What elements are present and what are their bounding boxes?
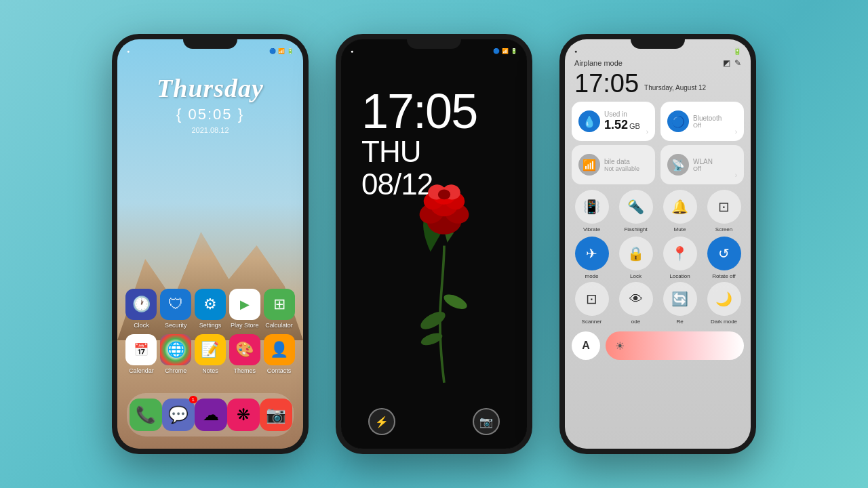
location-button[interactable]: 📍 Location — [660, 237, 700, 279]
calendar-label: Calendar — [129, 367, 154, 374]
darkmode-button[interactable]: 🌙 Dark mode — [704, 282, 744, 325]
data-usage-icon: 💧 — [578, 110, 600, 132]
phone3-content: Airplane mode ◩ ✎ 17:05 Thursday, August… — [565, 39, 751, 449]
settings-icon: ⚙ — [195, 289, 226, 320]
status-left-3: ● — [574, 49, 577, 54]
rose-container — [382, 121, 507, 408]
data-unit: GB — [629, 122, 640, 130]
sig-icon: 📶 — [502, 48, 509, 54]
data-usage-text: Used in 1.52 GB — [604, 110, 642, 132]
reading-button[interactable]: 👁 ode — [616, 282, 656, 325]
reading-icon: 👁 — [619, 282, 653, 316]
location-icon: 📍 — [663, 237, 697, 270]
chrome-label: Chrome — [165, 367, 186, 374]
cc-icon-grid-1: 📳 Vibrate 🔦 Flashlight 🔔 Mute ⊡ Screen — [572, 190, 744, 232]
cc-bottom-bar: A ☀ — [572, 331, 744, 360]
security-icon: 🛡 — [160, 289, 191, 320]
wlan-tile[interactable]: 📡 WLAN Off › — [660, 145, 744, 184]
airplane-label: mode — [585, 273, 598, 279]
messages-icon: 💬 — [162, 399, 195, 431]
rotate-label: Rotate off — [712, 273, 736, 279]
app-clock[interactable]: 🕐 Clock — [125, 289, 157, 329]
app-contacts[interactable]: 👤 Contacts — [264, 334, 295, 374]
vibrate-icon: 📳 — [575, 190, 609, 224]
fingerprint-icon: ☁ — [195, 399, 227, 431]
cc-date-display: Thursday, August 12 — [644, 83, 706, 92]
notes-icon: 📝 — [195, 334, 226, 365]
phone1-datestamp: 2021.08.12 — [157, 126, 264, 134]
app-chrome[interactable]: 🌐 Chrome — [160, 334, 191, 374]
status-bar-2: ● 🔵 📶 🔋 — [341, 39, 527, 58]
wlan-chevron: › — [735, 171, 737, 179]
bluetooth-tile[interactable]: 🔵 Bluetooth Off › — [660, 102, 744, 141]
mute-button[interactable]: 🔔 Mute — [660, 190, 700, 232]
app-settings[interactable]: ⚙ Settings — [195, 289, 226, 329]
rotate-button[interactable]: ↺ Rotate off — [704, 237, 744, 279]
calendar-icon: 📅 — [125, 334, 157, 365]
phone-1-homescreen: ● 🔵 📶 🔋 Thursday { 05:05 } 2021.08.12 🕐 … — [112, 34, 309, 454]
flashlight-button-cc[interactable]: 🔦 Flashlight — [616, 190, 656, 232]
contacts-icon: 👤 — [264, 334, 295, 365]
screenshot-label: Screen — [715, 226, 732, 232]
font-button[interactable]: A — [572, 331, 600, 360]
screenshot-button[interactable]: ⊡ Screen — [704, 190, 744, 232]
app-playstore[interactable]: ▶ Play Store — [229, 289, 260, 329]
dot-icon: ● — [351, 49, 353, 54]
calculator-label: Calculator — [265, 322, 293, 329]
scanner-icon: ⊡ — [575, 282, 609, 316]
phone1-date-area: Thursday { 05:05 } 2021.08.12 — [157, 73, 264, 134]
repost-button[interactable]: 🔄 Re — [660, 282, 700, 325]
playstore-icon: ▶ — [229, 289, 260, 320]
calculator-icon: ⊞ — [264, 289, 295, 320]
phone1-content: Thursday { 05:05 } 2021.08.12 🕐 Clock 🛡 … — [117, 39, 303, 449]
data-usage-tile[interactable]: 💧 Used in 1.52 GB › — [572, 102, 655, 141]
mobile-data-icon: 📶 — [578, 154, 600, 176]
mobile-data-tile[interactable]: 📶 bile data Not available — [572, 145, 655, 184]
dock-phone[interactable]: 📞 — [130, 399, 162, 431]
cc-date-line1: Thursday, August 12 — [644, 83, 706, 92]
flashlight-icon: 🔦 — [619, 190, 653, 224]
camera-button[interactable]: 📷 — [473, 408, 500, 435]
contacts-label: Contacts — [267, 367, 292, 374]
screen-rec-icon: ◩ — [723, 58, 730, 68]
app-calendar[interactable]: 📅 Calendar — [125, 334, 157, 374]
vibrate-label: Vibrate — [583, 226, 600, 232]
dock-messages[interactable]: 💬 1 — [162, 399, 195, 431]
phone1-dock: 📞 💬 1 ☁ ❋ 📷 — [127, 393, 294, 436]
svg-point-12 — [438, 190, 450, 200]
dock-flower[interactable]: ❋ — [227, 399, 260, 431]
themes-icon: 🎨 — [229, 334, 260, 365]
app-calculator[interactable]: ⊞ Calculator — [264, 289, 295, 329]
status-left-2: ● — [351, 49, 353, 54]
vibrate-button[interactable]: 📳 Vibrate — [572, 190, 612, 232]
cc-top-icons: ◩ ✎ — [723, 58, 741, 68]
location-label: Location — [669, 273, 690, 279]
scanner-label: Scanner — [582, 319, 602, 325]
app-themes[interactable]: 🎨 Themes — [229, 334, 260, 374]
airplane-button[interactable]: ✈ mode — [572, 237, 612, 279]
flashlight-button[interactable]: ⚡ — [368, 408, 395, 435]
bluetooth-text: Bluetooth Off — [693, 115, 731, 129]
phone1-app-grid: 🕐 Clock 🛡 Security ⚙ Settings ▶ Play Sto… — [124, 289, 296, 374]
data-used-label: Used in — [604, 110, 642, 118]
app-notes[interactable]: 📝 Notes — [195, 334, 226, 374]
lock-icon: 🔒 — [619, 237, 653, 270]
brightness-bar[interactable]: ☀ — [606, 331, 744, 360]
repost-icon: 🔄 — [663, 282, 697, 316]
cc-time-display: 17:05 — [574, 70, 639, 96]
mobile-data-label: bile data — [604, 158, 648, 165]
scanner-button[interactable]: ⊡ Scanner — [572, 282, 612, 325]
dock-camera[interactable]: 📷 — [260, 399, 292, 431]
mute-label: Mute — [674, 226, 686, 232]
status-right-2: 🔵 📶 🔋 — [493, 48, 517, 54]
cc-icon-grid-3: ⊡ Scanner 👁 ode 🔄 Re 🌙 Dark mode — [572, 282, 744, 325]
bat-icon: 🔋 — [511, 48, 517, 54]
lock-button[interactable]: 🔒 Lock — [616, 237, 656, 279]
dock-fingerprint[interactable]: ☁ — [195, 399, 227, 431]
svg-point-1 — [441, 291, 469, 312]
app-security[interactable]: 🛡 Security — [160, 289, 191, 329]
screenshot-icon: ⊡ — [707, 190, 741, 224]
cc-tiles-row2: 📶 bile data Not available 📡 WLAN Off › — [572, 145, 744, 184]
wlan-text: WLAN Off — [693, 158, 731, 172]
wlan-label: WLAN — [693, 158, 731, 165]
